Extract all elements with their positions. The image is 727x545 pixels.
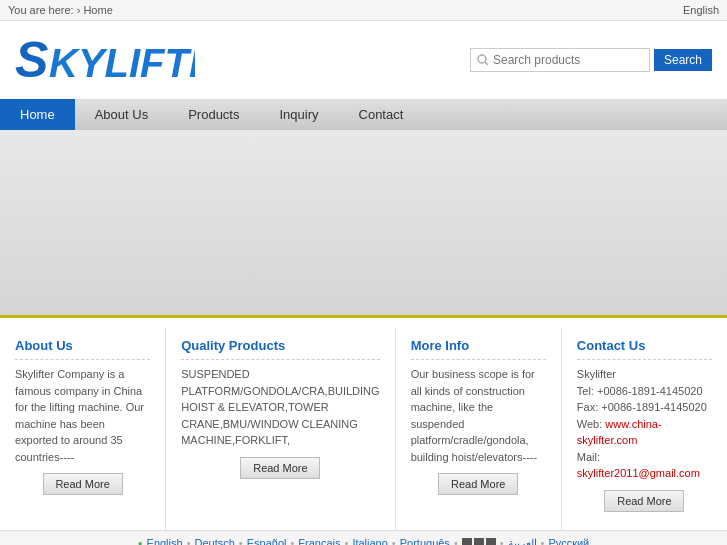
lang-deutsch[interactable]: Deutsch (194, 537, 234, 545)
footer-products: Quality Products SUSPENDED PLATFORM/GOND… (166, 328, 395, 530)
search-button[interactable]: Search (654, 49, 712, 71)
lang-italiano[interactable]: Italiano (352, 537, 387, 545)
nav-about[interactable]: About Us (75, 99, 168, 130)
lang-dot: ● (138, 539, 143, 546)
contact-fax: Fax: +0086-1891-4145020 (577, 401, 707, 413)
footer-products-title: Quality Products (181, 338, 379, 360)
search-input[interactable] (470, 48, 650, 72)
footer-info-readmore[interactable]: Read More (438, 473, 518, 495)
contact-company: Skylifter (577, 368, 616, 380)
language-bar: ● English • Deutsch • Español • Français… (10, 537, 717, 546)
footer-contact: Contact Us Skylifter Tel: +0086-1891-414… (562, 328, 727, 530)
footer-contact-body: Skylifter Tel: +0086-1891-4145020 Fax: +… (577, 366, 712, 482)
logo: S KYLIFTER (15, 31, 195, 89)
footer-contact-readmore[interactable]: Read More (604, 490, 684, 512)
contact-tel: Tel: +0086-1891-4145020 (577, 385, 703, 397)
navigation: Home About Us Products Inquiry Contact (0, 99, 727, 130)
lang-arabic[interactable]: العربية (508, 537, 537, 546)
contact-mail-label: Mail: (577, 451, 600, 463)
hero-banner (0, 130, 727, 315)
language-indicator: English (683, 4, 719, 16)
footer-sections: About Us Skylifter Company is a famous c… (0, 315, 727, 530)
lang-portugues[interactable]: Português (400, 537, 450, 545)
contact-web-label: Web: (577, 418, 602, 430)
nav-inquiry[interactable]: Inquiry (259, 99, 338, 130)
nav-products[interactable]: Products (168, 99, 259, 130)
footer-about-body: Skylifter Company is a famous company in… (15, 366, 150, 465)
footer-info: More Info Our business scope is for all … (396, 328, 562, 530)
breadcrumb: You are here: › Home (8, 4, 113, 16)
lang-squares (462, 538, 496, 545)
nav-contact[interactable]: Contact (339, 99, 424, 130)
bottom-bar: ● English • Deutsch • Español • Français… (0, 530, 727, 546)
lang-espanol[interactable]: Español (247, 537, 287, 545)
svg-text:S: S (15, 32, 48, 86)
footer-about: About Us Skylifter Company is a famous c… (0, 328, 166, 530)
footer-about-title: About Us (15, 338, 150, 360)
contact-mail-link[interactable]: skylifter2011@gmail.com (577, 467, 700, 479)
nav-home[interactable]: Home (0, 99, 75, 130)
lang-russian[interactable]: Русский (548, 537, 589, 545)
lang-francais[interactable]: Français (298, 537, 340, 545)
footer-products-readmore[interactable]: Read More (240, 457, 320, 479)
footer-info-body: Our business scope is for all kinds of c… (411, 366, 546, 465)
footer-contact-title: Contact Us (577, 338, 712, 360)
search-area: Search (470, 48, 712, 72)
lang-english[interactable]: English (147, 537, 183, 545)
footer-info-title: More Info (411, 338, 546, 360)
svg-text:KYLIFTER: KYLIFTER (49, 41, 195, 85)
footer-about-readmore[interactable]: Read More (43, 473, 123, 495)
footer-products-body: SUSPENDED PLATFORM/GONDOLA/CRA,BUILDING … (181, 366, 379, 449)
